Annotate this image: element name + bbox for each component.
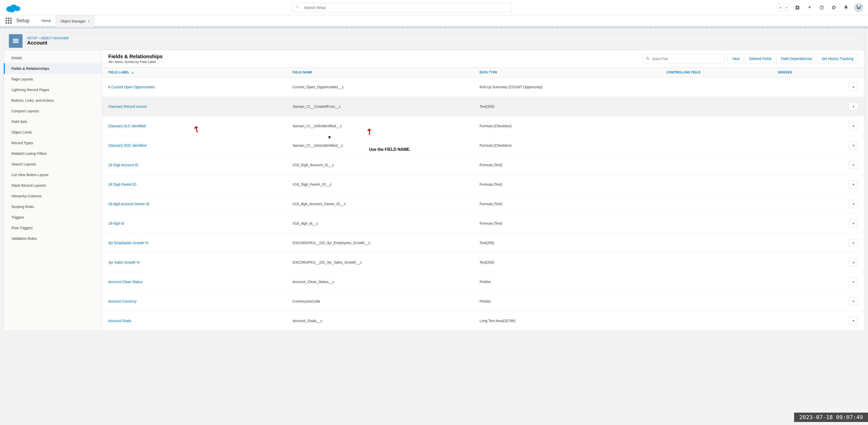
- row-actions-button[interactable]: ▾: [848, 102, 858, 110]
- data-type-cell: Roll-Up Summary (COUNT Opportunity): [473, 77, 660, 97]
- indexed-cell: [772, 253, 841, 272]
- section-title: Fields & Relationships: [108, 54, 162, 60]
- field-label-link[interactable]: 18 Digit Account ID: [108, 163, 138, 167]
- favorites-button[interactable]: ★▾: [777, 4, 789, 11]
- breadcrumb-setup[interactable]: SETUP: [27, 36, 37, 40]
- sidebar-item[interactable]: Page Layouts: [4, 74, 102, 85]
- search-icon: [646, 57, 649, 61]
- row-actions-button[interactable]: ▾: [848, 181, 858, 189]
- svg-point-2: [14, 6, 20, 11]
- sidebar-item[interactable]: Validation Rules: [4, 233, 102, 244]
- quick-find-input[interactable]: Quick Find: [643, 54, 724, 63]
- tab-home[interactable]: Home: [37, 15, 55, 27]
- table-row: # Current Open OpportunitiesCurrent_Open…: [102, 77, 864, 97]
- data-type-cell: Text(255): [473, 97, 660, 117]
- gear-icon[interactable]: [830, 4, 838, 11]
- data-type-cell: Long Text Area(32768): [473, 311, 660, 331]
- field-name-cell: Current_Open_Opportunities__c: [286, 77, 473, 97]
- field-label-link[interactable]: 3yr Employees Growth %: [108, 241, 148, 245]
- field-label-link[interactable]: 3yr Sales Growth %: [108, 260, 140, 264]
- tab-object-manager[interactable]: Object Manager ▾: [56, 15, 94, 27]
- row-actions-button[interactable]: ▾: [848, 122, 858, 130]
- help-icon[interactable]: [818, 4, 826, 11]
- field-label-link[interactable]: Account Currency: [108, 299, 136, 303]
- data-type-cell: Formula (Text): [473, 175, 660, 194]
- field-name-cell: Account_Goals__c: [286, 311, 473, 331]
- controlling-field-cell: [660, 155, 772, 175]
- table-row: 3yr Sales Growth %DSCORGPKG__DO_3yr_Sale…: [102, 253, 864, 272]
- indexed-cell: [772, 292, 841, 311]
- row-actions-button[interactable]: ▾: [848, 83, 858, 91]
- field-name-cell: Sansan_CI__IsSlcIdentified__c: [286, 117, 473, 136]
- sidebar-item[interactable]: Fields & Relationships: [4, 63, 102, 74]
- indexed-cell: [772, 233, 841, 253]
- controlling-field-cell: [660, 117, 772, 136]
- sidebar-item[interactable]: List View Button Layout: [4, 169, 102, 180]
- field-label-link[interactable]: 18-digit Id: [108, 221, 124, 225]
- sidebar-item[interactable]: Buttons, Links, and Actions: [4, 95, 102, 106]
- sidebar-item[interactable]: Scoping Rules: [4, 201, 102, 212]
- field-label-link[interactable]: Account Clean Status: [108, 280, 143, 284]
- indexed-cell: [772, 155, 841, 175]
- add-icon[interactable]: [794, 4, 801, 11]
- row-actions-button[interactable]: ▾: [848, 258, 858, 266]
- svg-point-9: [646, 57, 648, 59]
- field-label-link[interactable]: (Sansan) SLC identified: [108, 124, 146, 128]
- app-nav: Setup Home Object Manager ▾: [0, 15, 868, 27]
- salesforce-logo: [5, 2, 21, 13]
- assistant-icon[interactable]: [806, 4, 813, 11]
- bell-icon[interactable]: [842, 4, 850, 11]
- col-field-label[interactable]: FIELD LABEL▲: [102, 68, 286, 77]
- sidebar-item[interactable]: Hierarchy Columns: [4, 191, 102, 201]
- new-button[interactable]: New: [727, 54, 744, 63]
- sidebar-item[interactable]: Lightning Record Pages: [4, 85, 102, 95]
- col-controlling-field[interactable]: CONTROLLING FIELD: [660, 68, 772, 77]
- col-field-name[interactable]: FIELD NAME: [286, 68, 473, 77]
- star-icon: ★: [777, 6, 784, 10]
- table-row: (Sansan) SOC identifiedSansan_CI__IsSocI…: [102, 136, 864, 155]
- field-label-link[interactable]: 18 Digit Parent ID: [108, 183, 136, 187]
- tab-label: Object Manager: [60, 19, 86, 23]
- field-label-link[interactable]: (Sansan) SOC identified: [108, 143, 147, 148]
- deleted-fields-button[interactable]: Deleted Fields: [744, 54, 776, 63]
- sidebar-item[interactable]: Record Types: [4, 138, 102, 148]
- sidebar-item[interactable]: Search Layouts: [4, 159, 102, 169]
- row-actions-button[interactable]: ▾: [848, 200, 858, 208]
- sidebar-item[interactable]: Triggers: [4, 212, 102, 223]
- app-launcher-icon[interactable]: [5, 17, 13, 25]
- main-header: Fields & Relationships 49+ Items, Sorted…: [102, 50, 864, 67]
- field-label-link[interactable]: (Sansan) Record source: [108, 104, 147, 108]
- sidebar-item[interactable]: Details: [4, 53, 102, 63]
- set-history-tracking-button[interactable]: Set History Tracking: [817, 54, 858, 63]
- breadcrumb-object-manager[interactable]: OBJECT MANAGER: [41, 36, 69, 40]
- col-data-type[interactable]: DATA TYPE: [473, 68, 660, 77]
- field-label-link[interactable]: 18-digit Account Owner ID: [108, 202, 150, 206]
- data-type-cell: Picklist: [473, 272, 660, 292]
- row-actions-button[interactable]: ▾: [848, 317, 858, 325]
- table-row: Account Clean StatusAccount_Clean_Status…: [102, 272, 864, 292]
- indexed-cell: [772, 117, 841, 136]
- row-actions-button[interactable]: ▾: [848, 161, 858, 169]
- sidebar-item[interactable]: Flow Triggers: [4, 223, 102, 233]
- global-search-input[interactable]: Search Setup: [292, 3, 512, 12]
- sidebar-item[interactable]: Compact Layouts: [4, 106, 102, 117]
- indexed-cell: [772, 77, 841, 97]
- main-panel: Fields & Relationships 49+ Items, Sorted…: [102, 50, 864, 331]
- field-dependencies-button[interactable]: Field Dependencies: [776, 54, 817, 63]
- row-actions-button[interactable]: ▾: [848, 278, 858, 286]
- sidebar-item[interactable]: Field Sets: [4, 117, 102, 127]
- field-name-cell: DSCORGPKG__DO_3yr_Sales_Growth__c: [286, 253, 473, 272]
- row-actions-button[interactable]: ▾: [848, 141, 858, 150]
- sidebar-item[interactable]: Slack Record Layouts: [4, 180, 102, 191]
- avatar[interactable]: 🐼: [854, 3, 863, 12]
- data-type-cell: Formula (Text): [473, 194, 660, 214]
- header-tools: ★▾ 🐼: [777, 3, 863, 12]
- col-indexed[interactable]: INDEXED: [772, 68, 841, 77]
- sidebar-item[interactable]: Related Lookup Filters: [4, 148, 102, 159]
- row-actions-button[interactable]: ▾: [848, 297, 858, 305]
- sidebar-item[interactable]: Object Limits: [4, 127, 102, 138]
- field-label-link[interactable]: Account Goals: [108, 319, 131, 323]
- field-label-link[interactable]: # Current Open Opportunities: [108, 85, 155, 89]
- row-actions-button[interactable]: ▾: [848, 219, 858, 227]
- row-actions-button[interactable]: ▾: [848, 239, 858, 247]
